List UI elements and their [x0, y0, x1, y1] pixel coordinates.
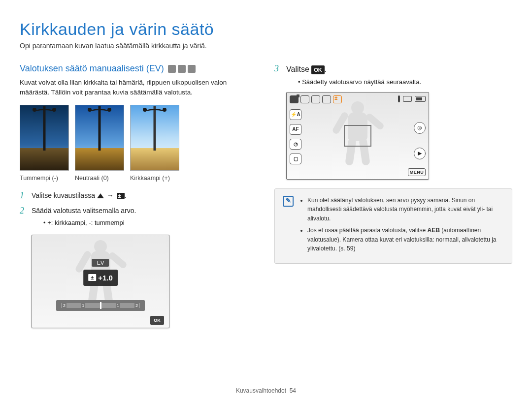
arrow-right-icon: → [107, 190, 114, 201]
shooting-mode-icon [290, 95, 299, 103]
note-item-1: Kun olet säätänyt valotuksen, sen arvo p… [307, 196, 504, 223]
left-column: Valotuksen säätö manuaalisesti (EV) Kuva… [20, 63, 258, 328]
thumb-darker [20, 105, 69, 171]
signal-icon [398, 95, 400, 102]
right-column: 3 Valitse OK. Säädetty valotusarvo näytt… [274, 63, 512, 328]
mode-program-icon [168, 65, 176, 73]
steps-list: 1 Valitse kuvaustilassa → . 2 Säädä valo… [20, 190, 258, 228]
indicator-icon-2 [311, 95, 320, 103]
step-3-sub: Säädetty valotusarvo näyttää seuraavalta… [298, 77, 512, 87]
note-icon: ✎ [283, 196, 294, 207]
thumb-neutral [75, 105, 124, 171]
scale-mark-minus1: 1 [81, 303, 85, 308]
label-neutral: Neutraali (0) [75, 175, 124, 182]
right-touch-icons: ◎ ▶ [414, 122, 426, 159]
mode-video-icon [188, 65, 196, 73]
scale-mark-minus2: 2 [62, 303, 66, 308]
scale-center-icon [100, 302, 101, 309]
ok-indicator: OK [150, 316, 164, 325]
display-icon: ▢ [290, 154, 301, 164]
page-title: Kirkkauden ja värin säätö [20, 20, 512, 39]
memory-card-icon [403, 96, 412, 102]
step-2-sub: +: kirkkaampi, -: tummempi [43, 218, 258, 228]
page-footer: Kuvausvaihtoehdot 54 [0, 387, 532, 394]
note-item-2: Jos et osaa päättää parasta valotusta, v… [307, 226, 504, 253]
thumb-labels: Tummempi (-) Neutraali (0) Kirkkaampi (+… [20, 175, 258, 182]
step-3-text-a: Valitse [286, 65, 311, 73]
footer-page-number: 54 [290, 387, 296, 394]
mode-dial-icon: ◎ [414, 122, 426, 134]
af-icon: AF [290, 124, 301, 135]
footer-section: Kuvausvaihtoehdot [236, 387, 286, 394]
ok-button-icon: OK [311, 65, 325, 75]
ev-adjust-screen: EV ± +1.0 2 1 1 2 OK [32, 235, 169, 328]
timer-icon: ◔ [290, 139, 301, 150]
thumb-brighter [130, 105, 179, 171]
page-subtitle: Opi parantamaan kuvan laatua säätämällä … [20, 42, 512, 50]
mode-manual-icon [178, 65, 186, 73]
label-brighter: Kirkkaampi (+) [130, 175, 179, 182]
scale-mark-plus1: 1 [116, 303, 120, 308]
top-right-status-icons [398, 95, 426, 102]
label-darker: Tummempi (-) [20, 175, 69, 182]
ev-label: EV [92, 259, 109, 267]
note-2-bold: AEB [427, 227, 439, 234]
note-2-a: Jos et osaa päättää parasta valotusta, v… [307, 227, 427, 234]
step-1: 1 Valitse kuvaustilassa → . [20, 190, 258, 201]
playback-icon: ▶ [414, 148, 426, 159]
step-3-body: Valitse OK. Säädetty valotusarvo näyttää… [286, 63, 512, 87]
ev-value-display: EV ± +1.0 [83, 258, 118, 286]
step-2-text: Säädä valotusta valitsemalla arvo. [32, 207, 136, 215]
indicator-icon-1 [300, 95, 309, 103]
step-1-number: 1 [20, 190, 27, 201]
menu-indicator: MENU [408, 168, 426, 176]
step-2-number: 2 [20, 206, 27, 228]
camera-preview-screen: ⚡A AF ◔ ▢ ◎ ▶ MENU [286, 92, 429, 180]
step-2: 2 Säädä valotusta valitsemalla arvo. +: … [20, 206, 258, 228]
ev-value: +1.0 [98, 274, 113, 282]
step-3-text-b: . [325, 65, 327, 73]
af-frame-icon [344, 125, 371, 147]
ev-section-heading: Valotuksen säätö manuaalisesti (EV) [20, 63, 258, 74]
left-touch-icons: ⚡A AF ◔ ▢ [290, 109, 301, 164]
ev-scale-bar: 2 1 1 2 [56, 300, 145, 311]
step-3: 3 Valitse OK. Säädetty valotusarvo näytt… [274, 63, 512, 87]
scale-mark-plus2: 2 [134, 303, 139, 308]
manual-page: Kirkkauden ja värin säätö Opi parantamaa… [0, 0, 532, 401]
two-column-layout: Valotuksen säätö manuaalisesti (EV) Kuva… [20, 63, 512, 328]
mode-icons-group [168, 65, 196, 73]
ev-menu-icon [117, 193, 125, 199]
step-1-text-b: . [125, 191, 127, 199]
ev-heading-text: Valotuksen säätö manuaalisesti (EV) [20, 63, 164, 74]
flash-icon: ⚡A [290, 109, 301, 120]
step-1-text-a: Valitse kuvaustilassa [32, 191, 97, 199]
nav-up-icon [97, 193, 104, 198]
battery-icon [415, 96, 426, 102]
info-note-box: ✎ Kun olet säätänyt valotuksen, sen arvo… [274, 188, 512, 264]
ev-value-badge: ± +1.0 [83, 270, 118, 286]
ev-intro-text: Kuvat voivat olla liian kirkkaita tai hä… [20, 78, 258, 98]
step-2-body: Säädä valotusta valitsemalla arvo. +: ki… [32, 206, 258, 228]
plus-minus-icon: ± [88, 274, 96, 281]
exposure-thumbnails [20, 105, 258, 171]
note-list: Kun olet säätänyt valotuksen, sen arvo p… [299, 196, 504, 257]
step-1-body: Valitse kuvaustilassa → . [32, 190, 258, 201]
step-3-number: 3 [274, 63, 281, 87]
